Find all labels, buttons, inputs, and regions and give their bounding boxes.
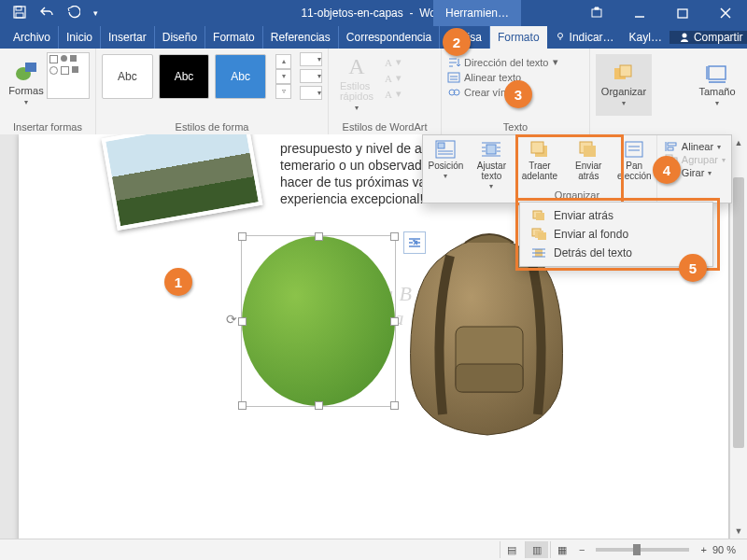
tab-archivo[interactable]: Archivo <box>0 26 59 49</box>
quick-styles-button[interactable]: A Estilos rápidos▾ <box>334 52 379 114</box>
green-oval[interactable] <box>242 236 395 406</box>
scroll-thumb[interactable] <box>733 177 744 448</box>
organize-button[interactable]: Organizar▾ <box>596 54 652 116</box>
svg-rect-19 <box>709 66 726 79</box>
group-shape-styles: Abc Abc Abc ▴▾▿ ▾▾▾ Estilos de forma <box>96 49 329 134</box>
svg-rect-3 <box>592 9 601 17</box>
save-icon[interactable] <box>13 6 26 21</box>
body-text: presupuesto y nivel de av temerario o un… <box>280 140 432 207</box>
size-button[interactable]: Tamaño▾ <box>693 54 741 116</box>
close-button[interactable] <box>704 0 747 26</box>
scroll-down-icon[interactable]: ▼ <box>730 523 747 539</box>
shapes-gallery[interactable] <box>47 52 90 99</box>
svg-point-8 <box>557 34 562 38</box>
tab-formato-active[interactable]: Formato <box>490 26 547 49</box>
scroll-up-icon[interactable]: ▲ <box>730 134 747 151</box>
status-bar: ▤ ▥ ▦ − + 90 % <box>0 539 747 560</box>
print-layout-icon[interactable]: ▥ <box>525 541 548 558</box>
svg-rect-5 <box>678 9 687 18</box>
ribbon-tabs: Archivo Inicio Insertar Diseño Formato R… <box>0 26 747 49</box>
share-button[interactable]: Compartir <box>669 31 747 44</box>
zoom-out-button[interactable]: − <box>579 544 585 555</box>
svg-rect-23 <box>438 143 444 148</box>
contextual-tab-header: Herramien… <box>433 0 521 26</box>
svg-rect-41 <box>668 143 676 146</box>
svg-rect-36 <box>584 146 596 157</box>
tell-me[interactable]: Indicar… <box>547 31 622 44</box>
svg-rect-11 <box>25 63 36 72</box>
maximize-button[interactable] <box>661 0 704 26</box>
callout-3: 3 <box>504 80 532 108</box>
group-wordart: A Estilos rápidos▾ A ▾ A ▾ A ▾ Estilos d… <box>329 49 442 134</box>
style-gallery-scroll[interactable]: ▴▾▿ <box>275 54 291 99</box>
organize-flyout-label: Organizar <box>423 189 731 201</box>
zoom-in-button[interactable]: + <box>700 544 706 555</box>
group-label-insert: Insertar formas <box>6 121 90 134</box>
tab-referencias[interactable]: Referencias <box>263 26 339 49</box>
help-area: Indicar… Kayl… Compartir <box>547 26 747 49</box>
tab-formato1[interactable]: Formato <box>205 26 263 49</box>
svg-rect-18 <box>620 65 631 77</box>
zoom-slider[interactable] <box>596 548 689 552</box>
align-button[interactable]: Alinear ▾ <box>665 141 726 152</box>
svg-rect-37 <box>626 142 642 157</box>
tab-inicio[interactable]: Inicio <box>59 26 101 49</box>
svg-rect-49 <box>538 232 546 240</box>
undo-icon[interactable] <box>39 6 54 21</box>
inserted-photo[interactable] <box>102 134 263 231</box>
redo-icon[interactable] <box>67 6 80 21</box>
callout-4: 4 <box>653 156 681 184</box>
qat-more-icon[interactable]: ▾ <box>93 8 98 18</box>
selected-shape[interactable] <box>241 235 396 407</box>
quick-access-toolbar: ▾ <box>0 6 104 21</box>
menu-send-to-back[interactable]: Enviar al fondo <box>520 225 712 244</box>
svg-point-9 <box>682 34 686 38</box>
group-label-text: Texto <box>447 121 584 134</box>
svg-rect-46 <box>536 213 544 220</box>
callout-5: 5 <box>679 254 707 282</box>
shapes-button[interactable]: Formas▾ <box>6 52 47 114</box>
svg-rect-12 <box>448 73 459 82</box>
svg-rect-26 <box>486 145 496 154</box>
read-mode-icon[interactable]: ▤ <box>500 541 523 558</box>
style-thumb-3[interactable]: Abc <box>215 54 266 99</box>
group-arrange: Organizar▾ Tamaño▾ <box>590 49 747 134</box>
style-thumb-2[interactable]: Abc <box>159 54 210 99</box>
style-thumb-1[interactable]: Abc <box>102 54 153 99</box>
shape-fill-outline[interactable]: ▾▾▾ <box>300 52 322 100</box>
web-layout-icon[interactable]: ▦ <box>550 541 573 558</box>
svg-rect-2 <box>16 13 23 18</box>
group-insert-shapes: Formas▾ Insertar formas <box>0 49 96 134</box>
tab-diseno[interactable]: Diseño <box>155 26 205 49</box>
zoom-level[interactable]: 90 % <box>712 544 736 555</box>
callout-2: 2 <box>443 28 471 56</box>
view-switcher[interactable]: ▤ ▥ ▦ <box>500 541 573 558</box>
ribbon: Formas▾ Insertar formas Abc Abc Abc ▴▾▿ <box>0 49 747 135</box>
text-direction[interactable]: Dirección del texto ▾ <box>447 56 584 68</box>
account-name[interactable]: Kayl… <box>622 31 669 44</box>
minimize-button[interactable] <box>618 0 661 26</box>
rotate-handle-icon[interactable]: ⟳ <box>226 312 237 327</box>
organize-flyout: Posición▾ Ajustar texto▾ Traer adelante … <box>422 134 732 203</box>
svg-rect-42 <box>668 147 673 150</box>
svg-rect-21 <box>456 364 523 392</box>
layout-options-icon[interactable] <box>403 231 426 254</box>
group-label-styles: Estilos de forma <box>102 121 322 134</box>
tab-correspondencia[interactable]: Correspondencia <box>339 26 440 49</box>
ribbon-options-icon[interactable] <box>575 0 618 26</box>
callout-1: 1 <box>164 268 192 296</box>
group-label-wordart: Estilos de WordArt <box>334 121 435 134</box>
title-bar: ▾ 11-objetos-en-capas - Word Herramien… <box>0 0 747 26</box>
tab-insertar[interactable]: Insertar <box>101 26 155 49</box>
wordart-options[interactable]: A ▾ A ▾ A ▾ <box>385 52 402 114</box>
menu-send-backward[interactable]: Enviar atrás <box>520 206 712 225</box>
svg-rect-34 <box>531 142 543 153</box>
